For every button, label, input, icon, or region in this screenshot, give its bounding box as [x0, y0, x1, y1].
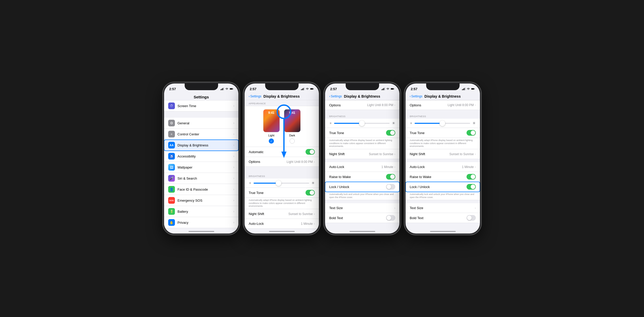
p3-bold-text-toggle[interactable]	[386, 215, 395, 221]
phone-2-status-icons	[301, 88, 314, 90]
p3-true-tone-toggle[interactable]	[386, 130, 395, 136]
brightness-slider[interactable]	[254, 183, 309, 184]
light-mode-card[interactable]: 9:41 Light ✓	[263, 109, 280, 144]
phone-3-status-icons	[381, 88, 394, 90]
phone-4-back[interactable]: ‹ Settings	[410, 95, 422, 98]
light-time: 9:41	[268, 111, 274, 115]
p3-brightness-slider[interactable]	[334, 123, 390, 124]
section-gap-4	[245, 167, 319, 173]
p3-true-tone-row[interactable]: True Tone	[325, 128, 399, 138]
phone-2-notch	[265, 83, 299, 90]
dark-mode-card[interactable]: 9:41 Dark	[284, 109, 301, 144]
svg-rect-5	[233, 89, 233, 89]
p3-night-shift-row[interactable]: Night Shift Sunset to Sunrise ›	[325, 149, 399, 159]
battery-icon-3	[391, 88, 394, 90]
phone-3-title: Display & Brightness	[344, 94, 380, 98]
svg-rect-25	[463, 89, 464, 90]
p3-gap2	[325, 159, 399, 162]
p3-text-size-row[interactable]: Text Size ›	[325, 203, 399, 213]
p4-brightness-row: ☀ ☀	[406, 119, 480, 128]
p4-brightness-fill	[415, 123, 442, 124]
brightness-header: BRIGHTNESS	[245, 173, 319, 179]
p4-raise-to-wake-toggle[interactable]	[467, 174, 476, 180]
p4-text-size-chevron: ›	[475, 206, 476, 210]
true-tone-row[interactable]: True Tone	[245, 188, 319, 198]
face-id-row[interactable]: 👤 Face ID & Passcode ›	[164, 184, 238, 195]
p4-bold-text-toggle[interactable]	[467, 215, 476, 221]
emergency-sos-label: Emergency SOS	[177, 199, 233, 202]
control-center-row[interactable]: ≡ Control Center ›	[164, 129, 238, 140]
p3-night-shift-value: Sunset to Sunrise	[369, 152, 393, 156]
svg-rect-9	[303, 88, 304, 90]
phone-3-inner: 2:57 ‹ Settings Display & Brightness Opt	[325, 83, 399, 234]
p3-brightness-row: ☀ ☀	[325, 119, 399, 128]
p4-brightness-slider[interactable]	[415, 123, 470, 124]
p3-raise-to-wake-toggle[interactable]	[386, 174, 395, 180]
p4-night-shift-row[interactable]: Night Shift Sunset to Sunrise ›	[406, 149, 480, 159]
automatic-toggle[interactable]	[306, 149, 315, 155]
svg-rect-20	[384, 88, 385, 90]
battery-row[interactable]: 🔋 Battery ›	[164, 206, 238, 217]
p3-lock-unlock-row[interactable]: Lock / Unlock	[325, 182, 399, 192]
p4-bold-text-row[interactable]: Bold Text	[406, 213, 480, 223]
p3-auto-lock-row[interactable]: Auto-Lock 1 Minute ›	[325, 162, 399, 172]
p3-bold-text-row[interactable]: Bold Text	[325, 213, 399, 223]
svg-rect-8	[302, 89, 303, 90]
phone-3-back[interactable]: ‹ Settings	[329, 95, 342, 98]
accessibility-chevron: ›	[233, 154, 234, 158]
face-id-chevron: ›	[233, 188, 234, 191]
accessibility-row[interactable]: ♿ Accessibility ›	[164, 151, 238, 162]
p4-lock-unlock-toggle[interactable]	[467, 184, 476, 190]
p4-text-size-row[interactable]: Text Size ›	[406, 203, 480, 213]
siri-search-row[interactable]: 🎤 Siri & Search ›	[164, 173, 238, 184]
p4-night-shift-chevron: ›	[475, 152, 476, 156]
emergency-sos-icon: SOS	[168, 197, 175, 204]
auto-lock-row[interactable]: Auto-Lock 1 Minute ›	[245, 219, 319, 229]
true-tone-toggle[interactable]	[306, 190, 315, 195]
signal-icon-3	[381, 88, 385, 90]
p4-raise-to-wake-row[interactable]: Raise to Wake	[406, 172, 480, 182]
p3-lock-unlock-toggle[interactable]	[386, 184, 395, 190]
p3-lock-unlock-knob	[387, 184, 391, 189]
battery-chevron: ›	[233, 210, 234, 213]
p4-true-tone-knob	[471, 130, 475, 135]
phone-3-time: 2:57	[330, 87, 337, 91]
p4-options-chevron: ›	[475, 103, 476, 107]
phone-2-title: Display & Brightness	[263, 94, 300, 98]
p3-brightness-thumb[interactable]	[359, 120, 365, 126]
display-brightness-row[interactable]: AA Display & Brightness ›	[164, 140, 238, 151]
night-shift-row[interactable]: Night Shift Sunset to Sunrise ›	[245, 209, 319, 219]
svg-rect-7	[301, 89, 302, 90]
p4-options-value: Light Until 8:00 PM	[448, 103, 474, 107]
p4-lock-unlock-row[interactable]: Lock / Unlock	[406, 182, 480, 192]
p3-true-tone-label: True Tone	[329, 131, 386, 135]
p4-brightness-thumb[interactable]	[440, 120, 445, 126]
p4-true-tone-desc: Automatically adapt iPhone display based…	[406, 138, 480, 149]
wallpaper-row[interactable]: 🖼 Wallpaper ›	[164, 162, 238, 173]
p4-options-row[interactable]: Options Light Until 8:00 PM ›	[406, 100, 480, 110]
privacy-row[interactable]: ✋ Privacy ›	[164, 217, 238, 228]
options-value: Light Until 8:00 PM	[287, 160, 313, 164]
p3-raise-to-wake-label: Raise to Wake	[329, 175, 386, 179]
siri-chevron: ›	[233, 176, 234, 180]
p4-auto-lock-row[interactable]: Auto-Lock 1 Minute ›	[406, 162, 480, 172]
svg-rect-0	[220, 89, 221, 90]
phone-2-content: APPEARANCE 9:41 Light ✓	[245, 100, 319, 234]
phone-2-nav-bar: ‹ Settings Display & Brightness	[245, 93, 319, 100]
p3-raise-to-wake-row[interactable]: Raise to Wake	[325, 172, 399, 182]
phone-2-back[interactable]: ‹ Settings	[249, 95, 261, 98]
phone-1-time: 2:57	[169, 87, 176, 91]
p3-bold-text-knob	[387, 216, 391, 220]
p3-options-row[interactable]: Options Light Until 8:00 PM ›	[325, 100, 399, 110]
options-row[interactable]: Options Light Until 8:00 PM ›	[245, 157, 319, 167]
screen-time-chevron: ›	[233, 104, 234, 108]
general-row[interactable]: ⚙ General ›	[164, 118, 238, 129]
p4-true-tone-toggle[interactable]	[467, 130, 476, 136]
automatic-row[interactable]: Automatic	[245, 147, 319, 157]
brightness-thumb[interactable]	[276, 180, 281, 186]
privacy-label: Privacy	[177, 221, 233, 225]
svg-rect-12	[314, 89, 314, 89]
p4-true-tone-row[interactable]: True Tone	[406, 128, 480, 138]
emergency-sos-row[interactable]: SOS Emergency SOS ›	[164, 195, 238, 206]
screen-time-row[interactable]: ⏱ Screen Time ›	[164, 100, 238, 111]
